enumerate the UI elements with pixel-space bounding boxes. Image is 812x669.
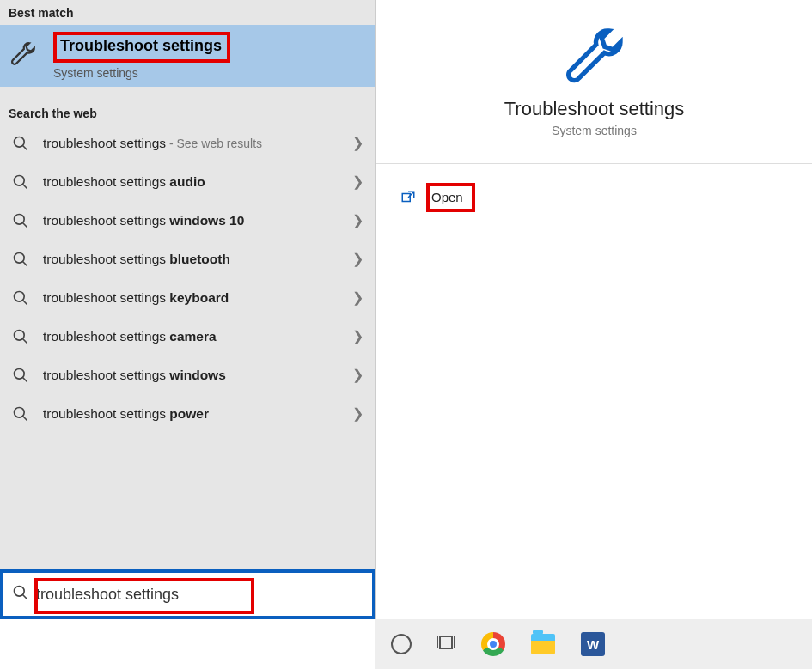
chevron-right-icon: ❯ (352, 405, 367, 422)
chevron-right-icon: ❯ (352, 212, 367, 228)
web-result-item[interactable]: troubleshoot settings audio❯ (0, 162, 375, 201)
wrench-icon (560, 22, 629, 91)
wrench-icon (9, 40, 38, 72)
open-action[interactable]: Open (400, 183, 812, 212)
search-icon (12, 173, 29, 191)
best-match-section: Best match Troubleshoot settings System … (0, 3, 375, 87)
search-icon (12, 135, 29, 152)
chevron-right-icon: ❯ (352, 289, 367, 306)
svg-point-16 (15, 587, 25, 597)
file-explorer-icon[interactable] (530, 631, 556, 657)
web-result-label: troubleshoot settings camera (43, 329, 217, 344)
highlight-box-open: Open (426, 183, 475, 212)
svg-point-8 (15, 291, 25, 301)
chevron-right-icon: ❯ (352, 251, 367, 267)
chevron-right-icon: ❯ (352, 173, 367, 190)
svg-line-11 (23, 338, 27, 343)
search-icon (12, 328, 29, 345)
search-icon (12, 584, 29, 605)
chevron-right-icon: ❯ (352, 328, 367, 344)
search-box[interactable] (0, 569, 375, 619)
web-result-item[interactable]: troubleshoot settings windows❯ (0, 356, 375, 394)
svg-point-6 (15, 252, 25, 263)
open-label: Open (431, 190, 463, 204)
web-result-item[interactable]: troubleshoot settings bluetooth❯ (0, 240, 375, 278)
web-result-item[interactable]: troubleshoot settings keyboard❯ (0, 278, 375, 317)
taskbar-search-area (0, 569, 375, 619)
best-match-title: Troubleshoot settings (60, 37, 222, 54)
svg-line-3 (23, 184, 27, 188)
svg-line-9 (23, 300, 27, 304)
taskbar: W (375, 619, 812, 669)
cortana-icon[interactable] (391, 634, 412, 654)
search-icon (12, 405, 29, 423)
svg-point-2 (15, 175, 25, 185)
web-results-header: Search the web (0, 103, 375, 124)
task-view-icon[interactable] (436, 632, 456, 656)
web-result-label: troubleshoot settings audio (43, 174, 205, 190)
preview-panel: Troubleshoot settings System settings Op… (375, 0, 812, 619)
svg-line-17 (23, 595, 27, 599)
web-result-item[interactable]: troubleshoot settings windows 10❯ (0, 201, 375, 240)
web-result-label: troubleshoot settings windows (43, 368, 226, 383)
svg-point-10 (15, 330, 25, 340)
web-result-label: troubleshoot settings keyboard (43, 290, 229, 306)
svg-rect-19 (440, 636, 452, 648)
svg-line-15 (23, 416, 27, 420)
svg-line-7 (23, 261, 27, 265)
web-result-label: troubleshoot settings - See web results (43, 136, 262, 151)
search-results-panel: Best match Troubleshoot settings System … (0, 0, 375, 619)
best-match-subtitle: System settings (53, 66, 230, 80)
preview-title: Troubleshoot settings (376, 98, 812, 120)
search-input[interactable] (36, 573, 372, 616)
highlight-box-title: Troubleshoot settings (53, 32, 230, 63)
web-result-item[interactable]: troubleshoot settings camera❯ (0, 317, 375, 356)
search-icon (12, 289, 29, 307)
svg-point-4 (15, 214, 25, 224)
web-results-section: Search the web troubleshoot settings - S… (0, 103, 375, 433)
web-result-label: troubleshoot settings windows 10 (43, 213, 244, 228)
svg-point-12 (15, 368, 25, 379)
svg-line-5 (23, 222, 27, 227)
chevron-right-icon: ❯ (352, 367, 367, 383)
svg-point-14 (15, 407, 25, 417)
best-match-item[interactable]: Troubleshoot settings System settings (0, 25, 375, 87)
search-icon (12, 251, 29, 268)
svg-line-13 (23, 377, 27, 381)
search-icon (12, 367, 29, 384)
preview-subtitle: System settings (376, 124, 812, 137)
divider (376, 163, 812, 164)
search-icon (12, 212, 29, 229)
word-icon[interactable]: W (580, 631, 606, 657)
svg-point-0 (15, 137, 25, 147)
web-result-label: troubleshoot settings power (43, 406, 209, 422)
chrome-icon[interactable] (480, 631, 506, 657)
best-match-header: Best match (0, 3, 375, 23)
web-result-item[interactable]: troubleshoot settings - See web results❯ (0, 124, 375, 162)
web-result-item[interactable]: troubleshoot settings power❯ (0, 394, 375, 433)
svg-line-1 (23, 145, 27, 149)
web-result-label: troubleshoot settings bluetooth (43, 252, 230, 267)
chevron-right-icon: ❯ (352, 135, 367, 151)
open-icon (400, 190, 416, 205)
